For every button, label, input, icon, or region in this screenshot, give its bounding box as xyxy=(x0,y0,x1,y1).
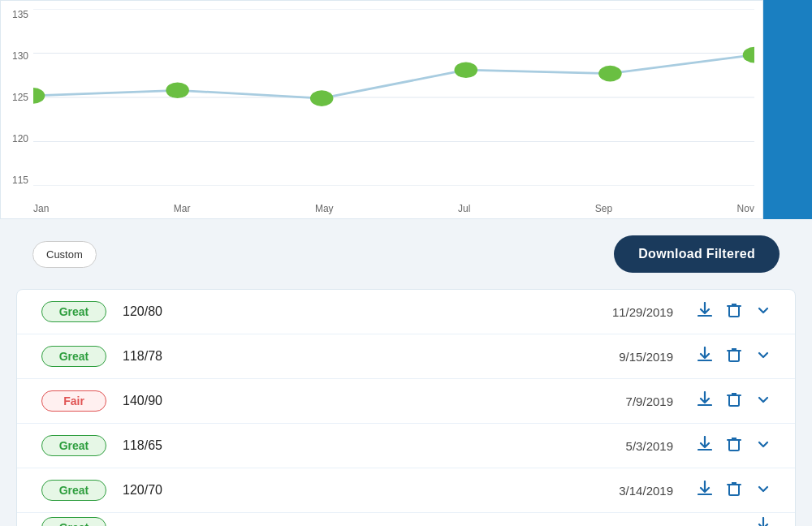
status-badge-1: Great xyxy=(41,301,106,322)
svg-rect-6 xyxy=(729,351,739,361)
main-chart: 135 130 125 120 115 xyxy=(0,0,763,219)
trash-icon-2[interactable] xyxy=(727,347,741,367)
y-label-125: 125 xyxy=(12,92,28,103)
download-icon-6[interactable] xyxy=(756,517,771,526)
trash-icon-4[interactable] xyxy=(727,436,741,456)
blue-bar-right xyxy=(763,0,812,219)
y-label-120: 120 xyxy=(12,133,28,144)
chart-y-labels: 135 130 125 120 115 xyxy=(1,9,33,186)
table-row: Great 118/78 9/15/2019 xyxy=(17,334,795,379)
table-container: Great 120/80 11/29/2019 xyxy=(0,289,812,526)
x-label-mar: Mar xyxy=(174,203,191,214)
status-badge-3: Fair xyxy=(41,390,106,412)
download-icon-1[interactable] xyxy=(698,302,712,322)
x-label-jan: Jan xyxy=(33,203,49,214)
chart-point-jan xyxy=(33,88,45,104)
date-value-4: 5/3/2019 xyxy=(584,439,673,453)
x-label-jul: Jul xyxy=(458,203,470,214)
date-value-3: 7/9/2019 xyxy=(584,394,673,408)
status-badge-2: Great xyxy=(41,346,106,367)
trash-icon-5[interactable] xyxy=(727,481,741,501)
table-row: Great 120/80 11/29/2019 xyxy=(17,290,795,334)
action-bar: Custom Download Filtered xyxy=(0,219,812,289)
date-value-5: 3/14/2019 xyxy=(584,484,673,498)
chart-point-may xyxy=(310,90,334,106)
download-icon-2[interactable] xyxy=(698,347,712,367)
svg-rect-7 xyxy=(729,395,739,406)
chart-line xyxy=(33,55,754,98)
table-row: Great 118/65 5/3/2019 xyxy=(17,424,795,468)
row-actions-6 xyxy=(756,517,771,526)
y-label-115: 115 xyxy=(12,175,28,186)
y-label-130: 130 xyxy=(12,50,28,62)
row-actions-4 xyxy=(698,436,771,456)
chart-x-labels: Jan Mar May Jul Sep Nov xyxy=(33,203,754,214)
status-badge-4: Great xyxy=(41,435,106,456)
chart-point-nov xyxy=(743,47,754,63)
chevron-icon-2[interactable] xyxy=(756,347,771,366)
reading-value-1: 120/80 xyxy=(123,304,584,319)
date-value-1: 11/29/2019 xyxy=(584,305,673,319)
main-container: p Nov 135 130 125 120 115 xyxy=(0,0,812,526)
chart-section: p Nov 135 130 125 120 115 xyxy=(0,0,812,219)
table-row: Great xyxy=(17,513,795,526)
reading-value-4: 118/65 xyxy=(123,438,584,453)
x-label-sep: Sep xyxy=(595,203,612,214)
svg-rect-5 xyxy=(729,306,739,317)
download-icon-5[interactable] xyxy=(698,481,712,501)
readings-table: Great 120/80 11/29/2019 xyxy=(16,289,796,526)
row-actions-3 xyxy=(698,391,771,412)
line-chart-svg xyxy=(33,9,754,186)
chevron-icon-3[interactable] xyxy=(756,392,771,411)
download-icon-4[interactable] xyxy=(698,436,712,456)
status-badge-6: Great xyxy=(41,517,106,527)
trash-icon-1[interactable] xyxy=(727,302,741,322)
row-actions-1 xyxy=(698,302,771,322)
chart-svg-area xyxy=(33,9,754,186)
row-actions-5 xyxy=(698,481,771,501)
chart-point-jul xyxy=(455,62,478,78)
reading-value-2: 118/78 xyxy=(123,349,584,364)
custom-button[interactable]: Custom xyxy=(32,241,97,268)
svg-rect-8 xyxy=(729,440,739,451)
reading-value-5: 120/70 xyxy=(123,483,584,498)
download-icon-3[interactable] xyxy=(698,391,712,412)
chevron-icon-4[interactable] xyxy=(756,437,771,455)
table-row: Fair 140/90 7/9/2019 xyxy=(17,379,795,424)
row-actions-2 xyxy=(698,347,771,367)
x-label-may: May xyxy=(315,203,334,214)
date-value-2: 9/15/2019 xyxy=(584,350,673,364)
chevron-icon-5[interactable] xyxy=(756,481,771,500)
status-badge-5: Great xyxy=(41,480,106,501)
svg-rect-9 xyxy=(729,485,739,495)
chevron-icon-1[interactable] xyxy=(756,303,771,321)
reading-value-3: 140/90 xyxy=(123,394,584,408)
x-label-nov: Nov xyxy=(737,203,754,214)
chart-point-mar xyxy=(166,82,189,98)
download-filtered-button[interactable]: Download Filtered xyxy=(614,235,780,273)
y-label-135: 135 xyxy=(12,9,28,20)
table-row: Great 120/70 3/14/2019 xyxy=(17,468,795,513)
chart-point-sep xyxy=(598,66,622,82)
trash-icon-3[interactable] xyxy=(727,391,741,412)
